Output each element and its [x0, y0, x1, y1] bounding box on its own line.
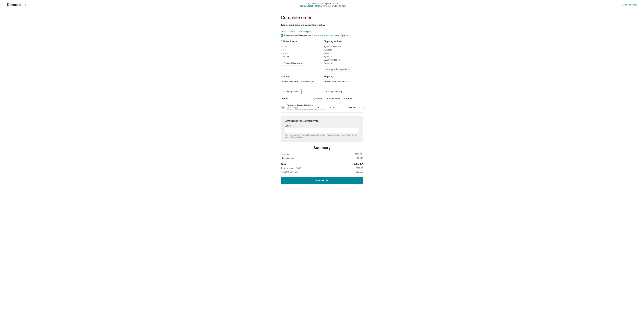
remove-product-button[interactable]: ✕: [361, 106, 366, 109]
page-title: Complete order: [281, 15, 363, 20]
payment-shipping-grid: Payment Current selection: Cash on deliv…: [281, 75, 363, 94]
product-info: id Gorgeous Plastic Menbrain Order numbe…: [281, 104, 317, 111]
col-quantity: Quantity: [314, 97, 327, 100]
table-row: id Gorgeous Plastic Menbrain Order numbe…: [281, 102, 363, 113]
qty-up-icon[interactable]: ▲: [323, 106, 324, 107]
shipping-method-col: Shipping Current selection: Standard Cha…: [324, 75, 363, 94]
payment-selection-value: Cash on delivery: [299, 80, 314, 83]
homepage-link[interactable]: ‹ Go to homepage: [620, 4, 637, 6]
terms-section-title: Terms, conditions and cancellation polic…: [281, 24, 363, 26]
site-header: Demostore Questions regarding your order…: [0, 0, 644, 10]
item-total-row: Item total €985.00*: [281, 152, 363, 156]
homepage-label: Go to homepage: [622, 4, 637, 6]
terms-checkbox[interactable]: [281, 34, 283, 37]
incl-vat-value: €157.27: [356, 171, 363, 173]
payment-col: Payment Current selection: Cash on deliv…: [281, 75, 320, 94]
contact-hours: Daily from 7:30 am to 10:00 pm: [317, 5, 346, 7]
delivery-date-section: Gewünschter Liefertermin Datum Wann möch…: [281, 116, 363, 141]
shipping-line6: Germany: [324, 62, 363, 65]
product-id-badge: id: [281, 106, 285, 109]
contact-phone[interactable]: 12345-123456789: [300, 5, 317, 7]
contact-info: Questions regarding your order? 12345-12…: [300, 3, 346, 7]
vat-value: €157.27: [330, 106, 348, 109]
billing-address-col: Billing address test test test test test…: [281, 40, 320, 72]
chevron-left-icon: ‹: [620, 4, 621, 6]
billing-address-text: test test test test test Germany: [281, 45, 320, 59]
payment-selection-label: Current selection:: [281, 80, 298, 83]
terms-suffix: of your shop.: [340, 34, 352, 37]
total-label: Total: [281, 162, 286, 165]
shipping-line1: Xylophon Xylophon: [324, 45, 363, 48]
shipping-costs-label: Shipping costs: [281, 157, 294, 159]
quantity-input[interactable]: [317, 106, 323, 109]
products-section: Product Quantity VAT included Subtotal i…: [281, 97, 363, 113]
change-billing-button[interactable]: Change billing address: [281, 61, 307, 66]
contact-label: Questions regarding your order?: [300, 3, 346, 5]
shipping-method-selection: Current selection: Standard: [324, 80, 363, 85]
total-value: €985.00*: [354, 162, 363, 165]
billing-line1: test test: [281, 45, 320, 48]
col-vat: VAT included: [327, 97, 344, 100]
summary-section: Summary Item total €985.00* Shipping cos…: [281, 145, 363, 184]
terms-divider: [281, 28, 363, 28]
shipping-address-col: Shipping address Xylophon Xylophon Xylop…: [324, 40, 363, 72]
terms-text: I have read and accepted the: [284, 34, 311, 37]
payment-title: Payment: [281, 75, 320, 79]
change-payment-button[interactable]: Change payment: [281, 89, 302, 94]
col-subtotal: Subtotal: [344, 97, 358, 100]
shipping-costs-row: Shipping costs €0.00*: [281, 156, 363, 160]
shipping-selection-value: Standard: [342, 80, 350, 83]
logo-bold: Demo: [7, 3, 17, 7]
shipping-address-title: Shipping address: [324, 40, 363, 44]
item-total-value: €985.00*: [355, 153, 363, 155]
logo-regular: store: [17, 3, 26, 7]
shipping-costs-value: €0.00*: [357, 157, 363, 159]
incl-vat-row: Including 19 % VAT €157.27: [281, 170, 363, 174]
billing-line3: test test: [281, 52, 320, 55]
terms-acceptance-row: I have read and accepted the General ter…: [281, 34, 363, 37]
quantity-cell: ▲ ▼: [317, 105, 330, 110]
shipping-selection-label: Current selection:: [324, 80, 341, 83]
datum-label: Datum: [285, 125, 359, 127]
terms-link[interactable]: General terms and conditions: [312, 34, 339, 37]
qty-down-icon[interactable]: ▼: [323, 107, 324, 109]
cancellation-link[interactable]: Please note our cancellation policy.: [281, 30, 313, 33]
billing-line4: Germany: [281, 55, 320, 58]
shipping-address-text: Xylophon Xylophon Xylophon Xylophon Xylo…: [324, 45, 363, 65]
excl-vat-row: Total exclusive of VAT €827.73: [281, 166, 363, 170]
site-logo: Demostore: [7, 3, 26, 7]
quantity-stepper[interactable]: ▲ ▼: [317, 105, 326, 110]
quantity-arrows[interactable]: ▲ ▼: [323, 106, 325, 109]
shipping-line2: Xylophon: [324, 48, 363, 52]
address-grid: Billing address test test test test test…: [281, 40, 363, 72]
item-total-label: Item total: [281, 153, 289, 155]
summary-title: Summary: [281, 145, 363, 150]
main-content: Complete order Terms, conditions and can…: [278, 10, 366, 195]
col-product: Product: [281, 97, 314, 100]
shipping-line4: Xylophon: [324, 55, 363, 58]
product-name: Gorgeous Plastic Menbrain: [287, 104, 317, 107]
payment-selection: Current selection: Cash on delivery: [281, 80, 320, 85]
products-header: Product Quantity VAT included Subtotal: [281, 97, 363, 101]
billing-line2: test: [281, 48, 320, 52]
subtotal-value: €985.00: [348, 106, 361, 109]
shipping-line3: Xylophon: [324, 52, 363, 55]
delivery-hint: Wann möchten Sie Ihre Lieferung erhalten…: [285, 134, 359, 138]
product-order-number: Order number: 3ef1f9a273cd4e4899630f9d45…: [287, 107, 317, 111]
total-row: Total €985.00*: [281, 161, 363, 166]
send-order-button[interactable]: Send order: [281, 177, 363, 184]
delivery-date-title: Gewünschter Liefertermin: [285, 119, 359, 122]
datum-input[interactable]: [285, 128, 359, 133]
change-shipping-method-button[interactable]: Change shipping: [324, 89, 344, 94]
excl-vat-value: €827.73: [356, 167, 363, 170]
shipping-line5: 000000 Xylophon: [324, 58, 363, 62]
change-shipping-address-button[interactable]: Change shipping address: [324, 67, 352, 72]
incl-vat-label: Including 19 % VAT: [281, 171, 299, 173]
excl-vat-label: Total exclusive of VAT: [281, 167, 301, 170]
billing-address-title: Billing address: [281, 40, 320, 44]
shipping-method-title: Shipping: [324, 75, 363, 79]
